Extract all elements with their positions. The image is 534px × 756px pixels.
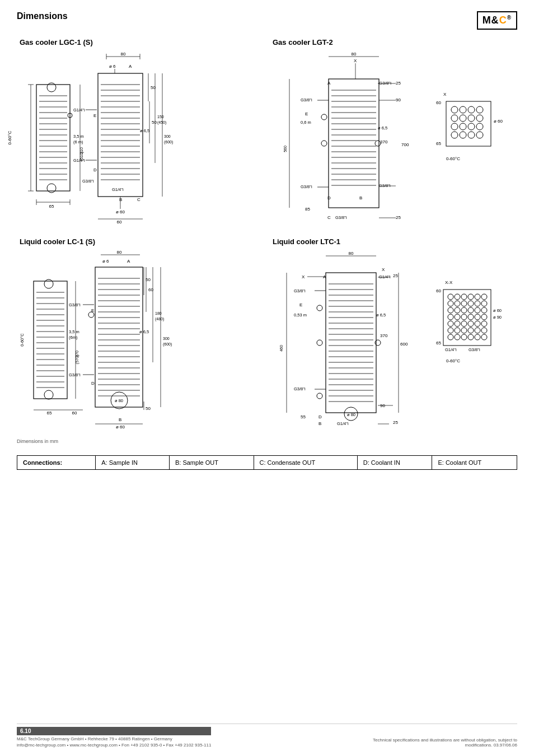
svg-text:X: X: [443, 92, 447, 97]
svg-text:65: 65: [436, 141, 441, 146]
svg-text:G3/8"i: G3/8"i: [294, 386, 306, 391]
svg-text:60: 60: [436, 288, 441, 293]
svg-text:(6m): (6m): [69, 335, 78, 340]
svg-text:0-60°C: 0-60°C: [446, 156, 460, 161]
svg-text:B: B: [359, 195, 362, 200]
svg-text:G1/4"i: G1/4"i: [73, 108, 85, 113]
page: Dimensions M&C® Gas cooler LGC-1 (S): [0, 0, 534, 756]
svg-point-314: [448, 307, 453, 313]
svg-text:ø 60: ø 60: [116, 424, 125, 430]
svg-text:X: X: [382, 267, 385, 272]
svg-text:E: E: [305, 111, 308, 116]
svg-point-305: [468, 294, 474, 300]
svg-text:0-60°C: 0-60°C: [446, 358, 460, 363]
svg-text:90: 90: [396, 97, 401, 102]
svg-point-326: [448, 321, 453, 326]
svg-text:60: 60: [436, 100, 441, 105]
svg-text:80: 80: [352, 52, 357, 57]
svg-text:150: 150: [157, 115, 164, 119]
page-number: 6.10: [17, 727, 211, 735]
svg-point-308: [448, 301, 453, 306]
svg-text:25: 25: [393, 420, 398, 425]
svg-text:560: 560: [283, 146, 287, 152]
svg-text:3,5 m: 3,5 m: [73, 134, 84, 139]
svg-point-179: [44, 390, 53, 399]
svg-point-140: [468, 106, 475, 113]
svg-text:60: 60: [117, 220, 122, 225]
svg-text:0,6 m: 0,6 m: [301, 120, 311, 125]
svg-point-334: [461, 328, 467, 333]
svg-rect-186: [95, 267, 143, 407]
svg-text:D: D: [327, 195, 331, 200]
section-ltc1: Liquid cooler LTC-1: [270, 235, 517, 434]
svg-text:A: A: [327, 81, 331, 86]
svg-point-141: [476, 106, 483, 113]
svg-text:25: 25: [393, 273, 398, 278]
section-lgc1s: Gas cooler LGC-1 (S): [17, 35, 264, 229]
svg-point-339: [455, 334, 460, 340]
page-title: Dimensions: [17, 11, 68, 21]
svg-text:ø 60: ø 60: [116, 209, 125, 214]
section-title-ltc1: Liquid cooler LTC-1: [273, 237, 514, 246]
svg-text:60: 60: [72, 410, 77, 416]
svg-rect-159: [34, 281, 67, 399]
svg-text:ø 6,5: ø 6,5: [378, 125, 387, 130]
diagram-lgc1s: 0-60°C 65: [20, 51, 261, 226]
svg-text:C: C: [137, 197, 140, 202]
logo: M&C®: [477, 11, 517, 30]
svg-text:80: 80: [349, 251, 354, 256]
svg-text:X: X: [302, 274, 305, 279]
svg-point-322: [461, 314, 467, 320]
footer-left: 6.10 M&C TechGroup Germany GmbH • Rehhec…: [17, 727, 211, 748]
svg-text:E: E: [299, 302, 302, 307]
svg-point-138: [451, 106, 458, 113]
svg-text:90: 90: [380, 403, 385, 408]
svg-text:600: 600: [400, 342, 408, 347]
svg-point-329: [468, 321, 474, 326]
svg-text:G3/8"i: G3/8"i: [294, 288, 306, 293]
svg-point-18: [47, 184, 56, 193]
svg-text:ø 6,5: ø 6,5: [376, 312, 386, 318]
svg-text:ø 6: ø 6: [109, 64, 116, 69]
svg-point-343: [481, 334, 487, 340]
svg-point-323: [468, 314, 474, 320]
svg-point-142: [451, 115, 458, 122]
svg-point-148: [468, 123, 475, 130]
section-lc1s: Liquid cooler LC-1 (S): [17, 235, 264, 434]
connections-table: Connections: A: Sample IN B: Sample OUT …: [17, 455, 517, 470]
dimensions-note: Dimensions in mm: [17, 438, 517, 444]
svg-point-117: [321, 114, 327, 120]
svg-text:B: B: [119, 197, 122, 202]
svg-text:G1/4"i: G1/4"i: [337, 421, 349, 426]
header: Dimensions M&C®: [17, 11, 517, 30]
svg-text:E: E: [93, 113, 96, 118]
svg-text:65: 65: [47, 410, 52, 416]
svg-text:0-60°C: 0-60°C: [7, 130, 12, 144]
svg-point-320: [448, 314, 453, 320]
svg-text:(450): (450): [157, 120, 166, 125]
svg-point-337: [481, 328, 487, 333]
svg-text:A: A: [127, 259, 130, 264]
svg-text:25: 25: [396, 81, 401, 86]
svg-text:G3/8"i: G3/8"i: [301, 184, 312, 189]
svg-text:25: 25: [396, 215, 401, 220]
diagram-lgt2: X 80 A G3/8"i 25 90: [273, 51, 514, 226]
diagram-ltc1: 80 A G1/4"i 25 X X G3/8"i E: [273, 250, 514, 431]
connections-label: Connections:: [17, 456, 96, 470]
svg-text:ø 6,5: ø 6,5: [140, 128, 149, 133]
svg-point-178: [44, 279, 53, 288]
svg-point-316: [461, 307, 467, 313]
main-grid: Gas cooler LGC-1 (S): [17, 35, 517, 434]
svg-point-341: [468, 334, 474, 340]
svg-point-325: [481, 314, 487, 320]
svg-text:G3/8"i: G3/8"i: [379, 81, 391, 86]
svg-text:ø 6,5: ø 6,5: [139, 329, 149, 334]
svg-text:700: 700: [401, 142, 409, 147]
svg-point-330: [475, 321, 480, 326]
svg-text:65: 65: [436, 340, 441, 346]
svg-point-17: [47, 83, 56, 92]
connection-b: B: Sample OUT: [169, 456, 254, 470]
svg-text:B: B: [318, 421, 321, 426]
svg-point-307: [481, 294, 487, 300]
svg-text:ø 60: ø 60: [493, 308, 502, 313]
